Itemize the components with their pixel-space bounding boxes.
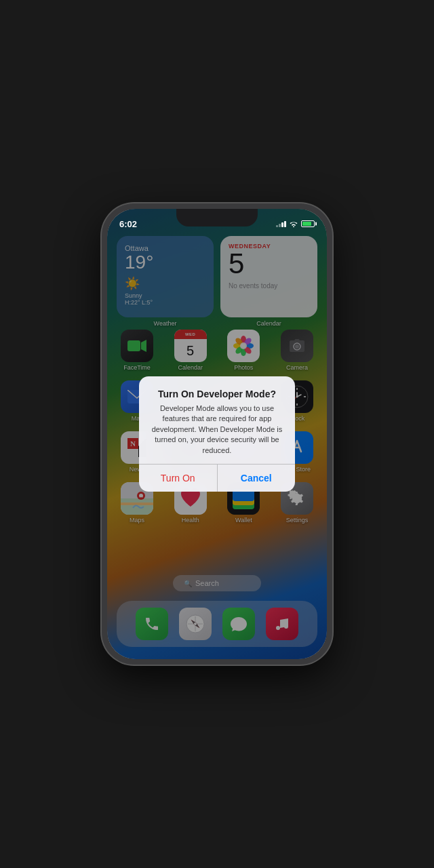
alert-cancel-button[interactable]: Cancel [218,465,296,492]
screen: 6:02 Ottawa 19° ☀️ [107,209,327,659]
alert-title: Turn On Developer Mode? [151,389,283,399]
notch [176,209,258,226]
alert-content: Turn On Developer Mode? Developer Mode a… [139,376,295,464]
phone-frame: 6:02 Ottawa 19° ☀️ [102,203,332,665]
wifi-icon [289,220,298,227]
alert-overlay: Turn On Developer Mode? Developer Mode a… [107,209,327,659]
signal-icon [276,220,286,227]
alert-turn-on-button[interactable]: Turn On [139,465,218,492]
alert-message: Developer Mode allows you to use feature… [151,403,283,456]
status-time: 6:02 [119,219,137,229]
status-icons [276,220,315,227]
alert-dialog: Turn On Developer Mode? Developer Mode a… [139,376,295,492]
battery-icon [301,220,315,227]
alert-buttons: Turn On Cancel [139,464,295,492]
